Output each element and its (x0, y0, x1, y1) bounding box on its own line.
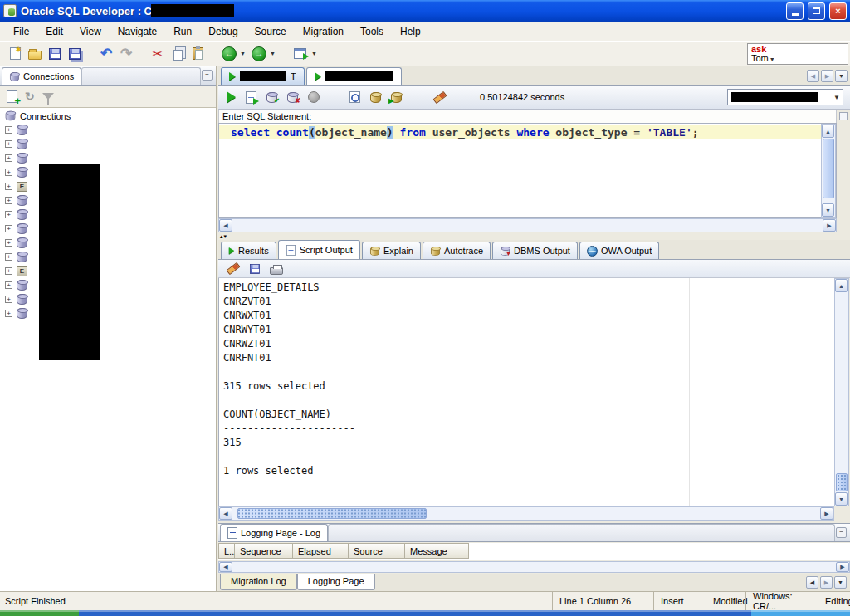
menu-file[interactable]: File (5, 23, 37, 40)
column-message[interactable]: Message (405, 543, 469, 559)
save-all-button[interactable] (65, 44, 85, 64)
connection-node[interactable]: + (0, 222, 216, 236)
scroll-left-icon[interactable]: ◀ (219, 219, 232, 232)
tab-logging-page-log[interactable]: Logging Page - Log (220, 524, 328, 541)
connection-node[interactable]: +E (0, 264, 216, 278)
connection-node[interactable]: + (0, 137, 216, 151)
minimize-button[interactable] (786, 2, 804, 20)
scrollbar-thumb[interactable] (836, 473, 848, 491)
print-icon[interactable] (270, 267, 283, 275)
connection-node[interactable]: + (0, 151, 216, 165)
connection-node[interactable]: + (0, 123, 216, 137)
scroll-left-icon[interactable]: ◀ (219, 507, 232, 520)
tab-results[interactable]: Results (221, 242, 276, 259)
menu-debug[interactable]: Debug (200, 23, 246, 40)
save-output-icon[interactable] (250, 264, 260, 274)
tab-list-dropdown[interactable]: ▼ (835, 70, 848, 82)
sql-worksheet-dropdown[interactable]: ▼ (311, 51, 317, 56)
tab-explain[interactable]: Explain (362, 242, 421, 259)
close-button[interactable]: × (829, 2, 847, 20)
open-button[interactable] (25, 44, 45, 64)
connection-node[interactable]: +E (0, 179, 216, 193)
menu-tools[interactable]: Tools (352, 23, 392, 40)
connection-selector[interactable]: ▼ (727, 89, 843, 105)
expand-icon[interactable]: + (5, 126, 12, 134)
connection-node[interactable]: + (0, 165, 216, 179)
logging-panel-minimize[interactable]: − (836, 527, 847, 538)
undo-button[interactable]: ↶ (96, 44, 116, 64)
menu-migration[interactable]: Migration (295, 23, 352, 40)
refresh-icon[interactable]: ↻ (25, 90, 35, 103)
sql-tuning-icon[interactable]: ▶ (391, 92, 402, 103)
connection-dropdown-arrow[interactable]: ▼ (833, 94, 840, 101)
save-button[interactable] (45, 44, 65, 64)
tab-logging-page[interactable]: Logging Page (297, 574, 375, 590)
expand-icon[interactable]: + (5, 296, 12, 303)
tab-migration-log[interactable]: Migration Log (220, 574, 297, 590)
scrollbar-thumb[interactable] (823, 139, 834, 198)
expand-icon[interactable]: + (5, 140, 12, 148)
tab-scroll-left[interactable]: ◀ (807, 70, 819, 82)
output-horizontal-scrollbar[interactable]: ◀ ▶ (218, 506, 834, 521)
column-level[interactable]: L... (218, 543, 235, 559)
menu-source[interactable]: Source (247, 23, 295, 40)
worksheet-tab-2[interactable] (306, 67, 402, 85)
windows-taskbar-sliver[interactable] (0, 610, 850, 616)
sql-editor[interactable]: select count(object_name) from user_obje… (218, 123, 837, 218)
log-tab-scroll-left[interactable]: ◀ (806, 576, 818, 589)
editor-horizontal-scrollbar[interactable]: ◀ ▶ (218, 218, 837, 232)
expand-icon[interactable]: + (5, 154, 12, 162)
editor-vertical-scrollbar[interactable]: ▲ ▼ (821, 124, 836, 218)
scroll-right-icon[interactable]: ▶ (823, 219, 836, 232)
expand-icon[interactable]: + (5, 239, 12, 247)
autotrace-icon[interactable] (370, 92, 381, 103)
expand-icon[interactable]: + (5, 197, 12, 204)
rollback-icon[interactable]: ✘ (287, 92, 298, 103)
scroll-left-icon[interactable]: ◀ (219, 562, 232, 572)
run-script-icon[interactable] (246, 91, 256, 104)
back-dropdown[interactable]: ▼ (240, 51, 246, 56)
expand-icon[interactable]: + (5, 267, 12, 275)
expand-icon[interactable]: + (5, 225, 12, 232)
open-sql-worksheet-button[interactable] (291, 44, 310, 64)
redo-button[interactable]: ↷ (116, 44, 136, 64)
restore-button[interactable] (808, 2, 825, 20)
connection-node[interactable]: + (0, 250, 216, 264)
log-tab-list-dropdown[interactable]: ▼ (834, 576, 847, 589)
expand-icon[interactable]: + (5, 211, 12, 218)
paste-button[interactable] (188, 44, 208, 64)
scrollbar-thumb[interactable] (237, 508, 427, 519)
commit-icon[interactable]: ✔ (266, 92, 277, 103)
menu-edit[interactable]: Edit (37, 23, 71, 40)
clear-icon[interactable] (433, 90, 447, 103)
log-tab-scroll-right[interactable]: ▶ (820, 576, 833, 589)
scroll-right-icon[interactable]: ▶ (820, 507, 833, 520)
forward-dropdown[interactable]: ▼ (270, 51, 276, 56)
connection-node[interactable]: + (0, 278, 216, 292)
tab-scroll-right[interactable]: ▶ (821, 70, 833, 82)
expand-icon[interactable]: + (5, 253, 12, 261)
column-elapsed[interactable]: Elapsed (293, 543, 349, 559)
clear-output-icon[interactable] (227, 262, 241, 275)
log-horizontal-scrollbar[interactable]: ◀ ▶ (218, 561, 850, 573)
expand-icon[interactable]: + (5, 281, 12, 289)
output-vertical-scrollbar[interactable]: ▲ ▼ (834, 278, 849, 506)
worksheet-tab-1[interactable]: T (221, 67, 305, 85)
menu-run[interactable]: Run (165, 23, 200, 40)
tab-dbms-output[interactable]: ▼ DBMS Output (492, 242, 578, 259)
scroll-up-icon[interactable]: ▲ (835, 279, 848, 292)
execute-statement-icon[interactable] (227, 91, 236, 103)
menu-view[interactable]: View (71, 23, 110, 40)
cut-button[interactable]: ✂ (148, 44, 168, 64)
connections-panel-minimize[interactable]: − (202, 70, 212, 81)
expand-icon[interactable]: + (5, 310, 12, 317)
tab-owa-output[interactable]: OWA Output (579, 242, 659, 259)
connection-node[interactable]: + (0, 292, 216, 306)
connection-node[interactable]: + (0, 236, 216, 250)
scroll-down-icon[interactable]: ▼ (822, 203, 834, 217)
back-button[interactable]: ← (219, 44, 239, 64)
script-output-area[interactable]: EMPLOYEE_DETAILS CNRZVT01 CNRWXT01 CNRWY… (218, 278, 834, 506)
menu-navigate[interactable]: Navigate (110, 23, 165, 40)
connection-node[interactable]: + (0, 208, 216, 222)
column-source[interactable]: Source (349, 543, 405, 559)
